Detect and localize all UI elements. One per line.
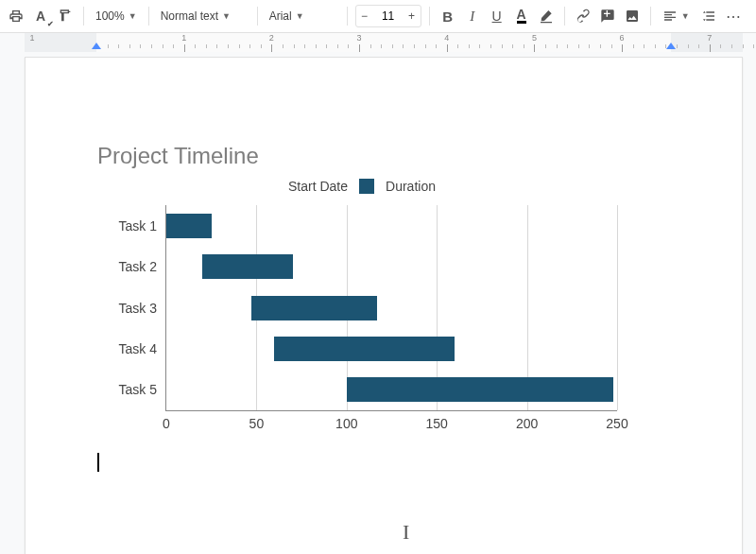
- document-page[interactable]: Project Timeline Start Date Duration 050…: [25, 57, 743, 554]
- italic-button[interactable]: I: [462, 5, 483, 27]
- more-icon[interactable]: ⋯: [724, 5, 745, 27]
- bold-button[interactable]: B: [438, 5, 458, 27]
- x-tick-label: 250: [606, 410, 627, 431]
- paint-format-icon[interactable]: [55, 5, 76, 27]
- chart-bar[interactable]: [251, 296, 378, 320]
- chart-bar[interactable]: [166, 214, 212, 238]
- chevron-down-icon: ▼: [129, 11, 137, 21]
- chevron-down-icon: ▼: [222, 11, 231, 21]
- spellcheck-icon[interactable]: A✔: [30, 5, 51, 27]
- chart-bar[interactable]: [274, 337, 455, 361]
- x-tick-label: 200: [516, 410, 538, 431]
- style-value: Normal text: [161, 9, 218, 23]
- chevron-down-icon: ▼: [296, 11, 304, 21]
- legend-label: Start Date: [288, 179, 348, 194]
- y-tick-label: Task 2: [119, 259, 166, 274]
- chart-bar[interactable]: [202, 254, 292, 279]
- y-tick-label: Task 4: [119, 341, 166, 356]
- increase-size-button[interactable]: +: [404, 7, 421, 26]
- y-tick-label: Task 1: [119, 218, 166, 234]
- legend-label: Duration: [386, 179, 436, 194]
- toolbar-separator: [650, 7, 651, 26]
- toolbar-separator: [83, 7, 84, 26]
- x-tick-label: 100: [335, 410, 357, 431]
- y-tick-label: Task 5: [119, 382, 166, 397]
- y-tick-label: Task 3: [119, 301, 166, 316]
- line-spacing-dropdown[interactable]: [697, 5, 720, 27]
- x-tick-label: 50: [249, 410, 265, 431]
- text-cursor: [97, 453, 99, 472]
- toolbar-separator: [429, 7, 430, 26]
- font-value: Arial: [269, 9, 292, 23]
- toolbar-separator: [564, 7, 565, 26]
- ibeam-cursor-icon: I: [403, 520, 409, 545]
- toolbar-separator: [148, 7, 149, 26]
- chart-legend: Start Date Duration: [97, 179, 627, 194]
- chart-plot-area: 050100150200250Task 1Task 2Task 3Task 4T…: [165, 205, 617, 411]
- x-tick-label: 0: [163, 410, 170, 431]
- ruler[interactable]: 11234567: [0, 33, 756, 52]
- chart-bar[interactable]: [347, 377, 613, 402]
- font-size-input[interactable]: [373, 9, 404, 24]
- editor-workspace: Project Timeline Start Date Duration 050…: [0, 51, 756, 554]
- font-dropdown[interactable]: Arial ▼: [266, 5, 339, 27]
- decrease-size-button[interactable]: −: [356, 7, 373, 26]
- chart-title: Project Timeline: [97, 143, 627, 169]
- font-size-stepper: − +: [355, 5, 421, 27]
- zoom-dropdown[interactable]: 100% ▼: [92, 5, 141, 27]
- highlight-button[interactable]: [536, 5, 557, 27]
- legend-swatch-duration: [359, 179, 374, 194]
- x-tick-label: 150: [426, 410, 448, 431]
- chevron-down-icon: ▼: [681, 11, 690, 21]
- underline-button[interactable]: U: [487, 5, 507, 27]
- text-color-button[interactable]: A: [511, 5, 532, 27]
- insert-link-icon[interactable]: [573, 5, 593, 27]
- chart-project-timeline[interactable]: Project Timeline Start Date Duration 050…: [97, 143, 627, 436]
- add-comment-icon[interactable]: [597, 5, 618, 27]
- zoom-value: 100%: [95, 9, 125, 23]
- align-dropdown[interactable]: ▼: [659, 5, 694, 27]
- toolbar-separator: [257, 7, 258, 26]
- style-dropdown[interactable]: Normal text ▼: [157, 5, 249, 27]
- formatting-toolbar: A✔ 100% ▼ Normal text ▼ Arial ▼ − + B I …: [0, 0, 756, 33]
- print-icon[interactable]: [6, 5, 26, 27]
- toolbar-separator: [347, 7, 348, 26]
- insert-image-icon[interactable]: [622, 5, 643, 27]
